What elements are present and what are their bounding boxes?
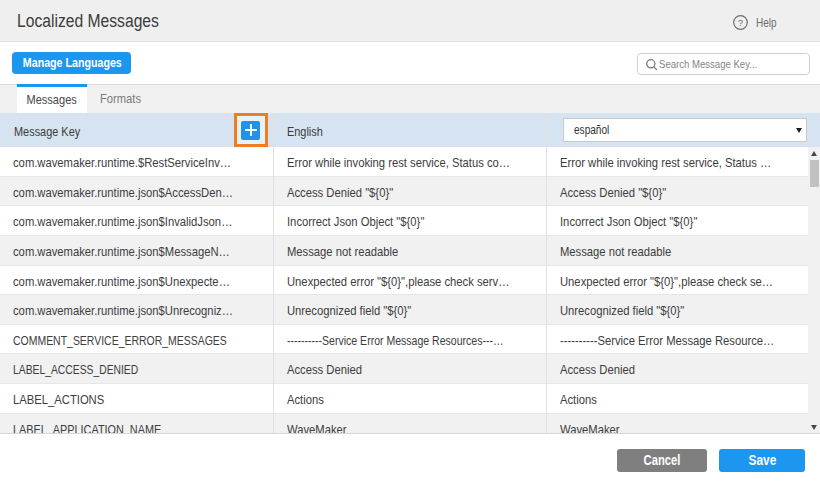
svg-text:?: ?: [738, 16, 743, 27]
